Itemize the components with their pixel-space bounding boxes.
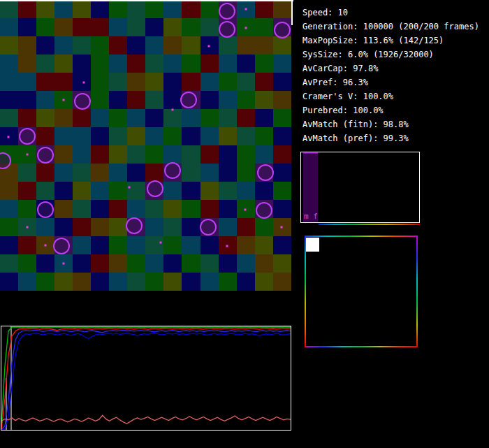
creature-circle — [37, 147, 54, 164]
territory-cell — [127, 36, 145, 55]
territory-cell — [145, 145, 163, 164]
territory-cell — [200, 254, 219, 273]
territory-cell — [109, 36, 127, 55]
territory-cell — [273, 200, 291, 218]
territory-cell — [182, 218, 200, 236]
creature-circle — [19, 128, 36, 145]
territory-cell — [182, 200, 200, 218]
creature-dot — [245, 27, 247, 29]
territory-cell — [163, 18, 182, 36]
territory-cell — [145, 73, 163, 91]
generation-history-chart — [1, 326, 291, 431]
territory-cell — [163, 36, 182, 55]
territory-cell — [18, 182, 36, 200]
territory-cell — [36, 218, 54, 236]
creature-dot — [27, 154, 29, 156]
territory-cell — [0, 18, 18, 36]
stat-line: AvMatch (pref): 99.3% — [302, 131, 479, 145]
territory-cell — [219, 91, 237, 109]
stat-line: AvPref: 96.3% — [302, 75, 479, 89]
territory-cell — [109, 254, 127, 273]
territory-cell — [219, 55, 237, 73]
territory-cell — [219, 273, 237, 291]
territory-cell — [73, 127, 91, 145]
territory-cell — [73, 218, 91, 236]
territory-cell — [163, 73, 182, 91]
series-red-metric-upper — [1, 328, 291, 430]
territory-cell — [18, 200, 36, 218]
stat-line: AvMatch (fitn): 98.8% — [302, 117, 479, 131]
territory-cell — [273, 145, 291, 164]
vertical-separator — [291, 0, 293, 25]
territory-cell — [0, 109, 18, 127]
territory-cell — [237, 182, 255, 200]
territory-cell — [219, 127, 237, 145]
territory-cell — [237, 127, 255, 145]
territory-cell — [18, 36, 36, 55]
territory-cell — [18, 73, 36, 91]
territory-cell — [18, 55, 36, 73]
territory-cell — [36, 273, 54, 291]
hue-axis-bottom — [305, 346, 418, 347]
territory-cell — [237, 254, 255, 273]
creature-circle — [256, 202, 272, 219]
territory-cell — [0, 273, 18, 291]
territory-cell — [219, 254, 237, 273]
territory-cell — [109, 55, 127, 73]
creature-dot — [63, 99, 65, 101]
creature-dot — [208, 45, 210, 48]
territory-cell — [200, 55, 219, 73]
territory-cell — [91, 236, 109, 254]
territory-cell — [73, 73, 91, 91]
territory-cell — [73, 254, 91, 273]
territory-cell — [73, 55, 91, 73]
territory-cell — [0, 182, 18, 200]
territory-cell — [255, 254, 273, 273]
territory-cell — [91, 254, 109, 273]
territory-cell — [91, 91, 109, 109]
territory-cell — [163, 200, 182, 218]
territory-cell — [18, 109, 36, 127]
territory-cell — [200, 73, 219, 91]
creature-circle — [37, 201, 54, 218]
territory-cell — [219, 36, 237, 55]
territory-cell — [54, 18, 73, 36]
territory-cell — [273, 73, 291, 91]
territory-cell — [18, 254, 36, 273]
territory-cell — [73, 164, 91, 182]
creature-dot — [172, 109, 174, 111]
creature-circle — [219, 3, 235, 20]
territory-cell — [145, 127, 163, 145]
territory-cell — [127, 18, 145, 36]
territory-cell — [18, 18, 36, 36]
hue-axis-left — [305, 236, 306, 347]
territory-cell — [91, 18, 109, 36]
stat-line: Generation: 100000 (200/200 frames) — [302, 20, 479, 34]
territory-cell — [255, 73, 273, 91]
territory-cell — [73, 36, 91, 55]
territory-cell — [54, 182, 73, 200]
territory-cell — [200, 145, 219, 164]
territory-cell — [36, 164, 54, 182]
territory-cell — [237, 236, 255, 254]
territory-cell — [273, 273, 291, 291]
territory-cell — [91, 145, 109, 164]
territory-cell — [200, 236, 219, 254]
territory-cell — [163, 236, 182, 254]
territory-cell — [127, 254, 145, 273]
territory-cell — [0, 91, 18, 109]
creature-dot — [245, 209, 247, 211]
stats-panel: Speed: 10Generation: 100000 (200/200 fra… — [302, 6, 479, 145]
territory-cell — [163, 0, 182, 18]
stat-line: Purebred: 100.0% — [302, 103, 479, 117]
territory-cell — [163, 55, 182, 73]
territory-cell — [127, 200, 145, 218]
territory-cell — [255, 273, 273, 291]
territory-cell — [0, 73, 18, 91]
territory-cell — [237, 145, 255, 164]
hue-axis-strip — [319, 224, 420, 225]
territory-cell — [163, 218, 182, 236]
territory-cell — [219, 109, 237, 127]
territory-cell — [273, 182, 291, 200]
territory-cell — [182, 18, 200, 36]
